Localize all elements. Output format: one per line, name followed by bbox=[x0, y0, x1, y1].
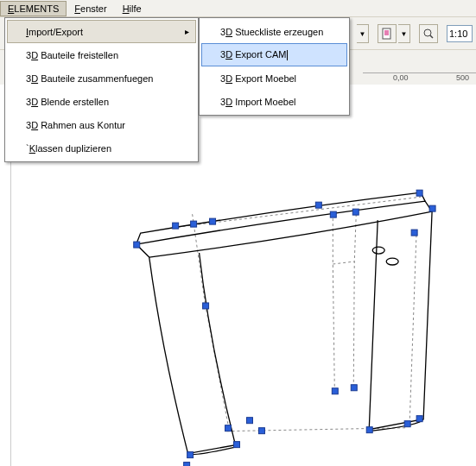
svg-point-9 bbox=[372, 247, 384, 254]
svg-point-10 bbox=[386, 258, 398, 265]
submenu-export-cam[interactable]: 3D Export CAM bbox=[201, 43, 347, 66]
ruler-label: 0,00 bbox=[393, 73, 409, 82]
svg-rect-17 bbox=[352, 209, 359, 215]
svg-rect-16 bbox=[330, 211, 336, 217]
menu-hilfe[interactable]: Hilfe bbox=[115, 1, 149, 16]
svg-rect-23 bbox=[187, 452, 194, 458]
svg-rect-15 bbox=[315, 202, 321, 208]
svg-point-1 bbox=[424, 29, 431, 36]
submenu-import-moebel[interactable]: 3D Import Moebel bbox=[201, 90, 347, 113]
menu-fenster[interactable]: Fenster bbox=[67, 1, 114, 16]
text-cursor-icon bbox=[287, 50, 288, 60]
menubar: ELEMENTS Fenster Hilfe bbox=[0, 0, 476, 17]
svg-rect-14 bbox=[210, 218, 216, 224]
menu-import-export[interactable]: Import/Export bbox=[7, 20, 196, 43]
toolbar-search-button[interactable] bbox=[419, 24, 438, 43]
svg-rect-31 bbox=[246, 418, 252, 424]
menu-bauteile-zusammenfuegen[interactable]: 3D Bauteile zusammenfuegen bbox=[7, 66, 196, 90]
import-export-submenu: 3D Stueckliste erzeugen 3D Export CAM 3D… bbox=[199, 17, 350, 116]
scale-input[interactable]: 1:10 bbox=[447, 25, 473, 42]
toolbar-dropdown-arrow[interactable]: ▼ bbox=[357, 24, 369, 43]
toolbar-document-dropdown[interactable]: ▼ bbox=[398, 24, 410, 43]
svg-rect-19 bbox=[429, 205, 435, 211]
svg-rect-28 bbox=[404, 421, 410, 427]
document-icon bbox=[381, 28, 393, 40]
svg-rect-32 bbox=[258, 428, 264, 434]
elements-dropdown: Import/Export 3D Bauteile freistellen 3D… bbox=[4, 17, 199, 162]
menu-bauteile-freistellen[interactable]: 3D Bauteile freistellen bbox=[7, 43, 196, 66]
menu-elements[interactable]: ELEMENTS bbox=[0, 1, 67, 16]
svg-line-4 bbox=[193, 214, 206, 305]
svg-rect-11 bbox=[134, 242, 140, 248]
svg-rect-26 bbox=[351, 385, 357, 391]
svg-rect-22 bbox=[234, 442, 240, 448]
menu-blende-erstellen[interactable]: 3D Blende erstellen bbox=[7, 90, 196, 113]
chevron-down-icon: ▼ bbox=[359, 30, 366, 38]
scale-value: 1:10 bbox=[449, 28, 467, 39]
svg-line-6 bbox=[409, 231, 416, 424]
magnifier-icon bbox=[422, 28, 435, 40]
submenu-stueckliste-erzeugen[interactable]: 3D Stueckliste erzeugen bbox=[201, 20, 347, 43]
svg-rect-29 bbox=[416, 416, 422, 422]
svg-rect-13 bbox=[191, 221, 197, 227]
svg-rect-18 bbox=[416, 190, 422, 196]
svg-rect-20 bbox=[203, 303, 209, 309]
svg-line-8 bbox=[333, 261, 354, 264]
chevron-down-icon: ▼ bbox=[401, 30, 408, 38]
svg-rect-24 bbox=[184, 463, 190, 466]
menu-rahmen-aus-kontur[interactable]: 3D Rahmen aus Kontur bbox=[7, 113, 196, 136]
menu-klassen-duplizieren[interactable]: `Klassen duplizieren bbox=[7, 136, 196, 160]
svg-rect-27 bbox=[366, 427, 372, 433]
svg-rect-21 bbox=[225, 425, 232, 431]
toolbar-document-button[interactable] bbox=[378, 24, 397, 43]
submenu-export-moebel[interactable]: 3D Export Moebel bbox=[201, 66, 347, 90]
svg-rect-12 bbox=[173, 223, 179, 229]
svg-line-2 bbox=[430, 35, 433, 38]
ruler-label: 500 bbox=[456, 73, 469, 82]
svg-rect-25 bbox=[332, 388, 338, 394]
svg-rect-30 bbox=[411, 230, 417, 236]
svg-rect-0 bbox=[383, 28, 390, 39]
